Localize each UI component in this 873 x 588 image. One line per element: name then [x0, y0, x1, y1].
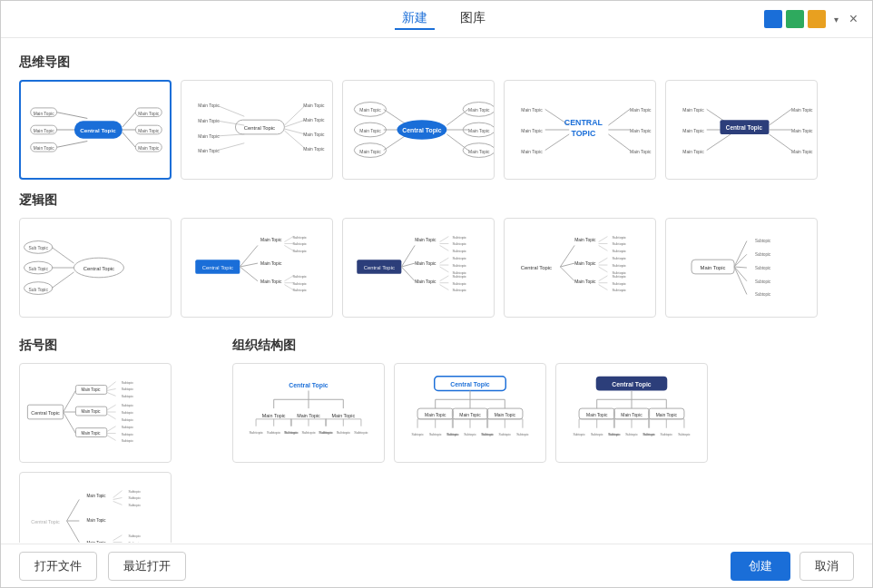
- svg-text:Subtopic: Subtopic: [613, 274, 626, 279]
- svg-text:Subtopic: Subtopic: [293, 249, 307, 253]
- close-button[interactable]: ×: [849, 11, 858, 27]
- svg-text:Central Topic: Central Topic: [521, 265, 552, 270]
- open-file-button[interactable]: 打开文件: [19, 552, 97, 581]
- svg-text:Subtopic: Subtopic: [613, 241, 626, 246]
- svg-text:Subtopic: Subtopic: [613, 235, 626, 240]
- svg-text:Main Topic: Main Topic: [468, 108, 490, 113]
- template-card-og1[interactable]: Central Topic Main Topic Main Topic Main…: [232, 363, 385, 463]
- svg-text:Subtopic: Subtopic: [122, 439, 134, 443]
- svg-text:Subtopic: Subtopic: [293, 241, 307, 246]
- template-card-mm4[interactable]: Main Topic Main Topic Main Topic CENTRAL…: [504, 80, 656, 180]
- svg-text:Main Topic: Main Topic: [34, 129, 54, 133]
- svg-text:Main Topic: Main Topic: [331, 413, 355, 418]
- svg-text:Central Topic: Central Topic: [612, 381, 652, 388]
- template-card-og3[interactable]: Central Topic Main Topic Main Topic Main…: [555, 363, 708, 463]
- svg-line-49: [446, 109, 468, 125]
- template-card-lg2[interactable]: Central Topic Main Topic Subtopic Subtop…: [181, 218, 333, 318]
- svg-text:Central Topic: Central Topic: [289, 382, 329, 389]
- svg-line-188: [107, 388, 116, 390]
- svg-line-2: [57, 142, 88, 148]
- create-button[interactable]: 创建: [731, 552, 790, 581]
- svg-text:Subtopic: Subtopic: [337, 430, 350, 435]
- svg-text:Subtopic: Subtopic: [642, 433, 655, 436]
- svg-line-101: [240, 267, 258, 281]
- section-title-mindmap: 思维导图: [19, 54, 854, 71]
- svg-text:Subtopic: Subtopic: [411, 433, 424, 436]
- svg-text:CENTRAL: CENTRAL: [564, 118, 603, 127]
- tab-new[interactable]: 新建: [395, 8, 435, 30]
- template-card-br1[interactable]: Central Topic Main Topic Subtopic Subtop…: [19, 363, 172, 463]
- svg-text:Subtopic: Subtopic: [464, 433, 476, 436]
- svg-text:Main Topic: Main Topic: [682, 129, 704, 133]
- cancel-button[interactable]: 取消: [799, 552, 854, 581]
- svg-text:Subtopic: Subtopic: [293, 235, 307, 240]
- svg-text:Subtopic: Subtopic: [122, 411, 134, 415]
- svg-text:Main Topic: Main Topic: [34, 112, 54, 116]
- svg-text:Central Topic: Central Topic: [31, 519, 60, 524]
- swatch-green[interactable]: [786, 10, 804, 28]
- template-card-lg5[interactable]: Main Topic Subtopic Subtopic Subtopic Su…: [665, 218, 818, 318]
- svg-text:Central Topic: Central Topic: [364, 265, 395, 270]
- svg-line-158: [599, 267, 608, 272]
- tab-gallery[interactable]: 图库: [453, 8, 493, 30]
- svg-line-82: [769, 134, 791, 151]
- template-card-br2[interactable]: Central Topic Main Topic Subtopic Subtop…: [19, 472, 172, 543]
- svg-text:Main Topic: Main Topic: [303, 103, 325, 108]
- template-card-mm1[interactable]: Main Topic Main Topic Main Topic Central…: [19, 80, 172, 180]
- svg-text:Main Topic: Main Topic: [574, 261, 596, 266]
- svg-text:Main Topic: Main Topic: [621, 413, 642, 417]
- svg-text:Subtopic: Subtopic: [613, 256, 626, 260]
- svg-text:Subtopic: Subtopic: [122, 418, 134, 422]
- svg-line-210: [67, 499, 80, 521]
- swatch-dropdown[interactable]: ▾: [829, 10, 844, 28]
- svg-text:Subtopic: Subtopic: [613, 263, 626, 268]
- svg-text:Main Topic: Main Topic: [138, 146, 159, 151]
- svg-text:Central Topic: Central Topic: [244, 125, 275, 131]
- template-card-lg3[interactable]: Central Topic Main Topic Subtopic Subtop…: [342, 218, 495, 318]
- svg-text:Main Topic: Main Topic: [425, 413, 446, 417]
- svg-line-212: [67, 521, 80, 543]
- swatch-blue[interactable]: [764, 10, 782, 28]
- swatch-orange[interactable]: [808, 10, 826, 28]
- logic-grid: Central Topic Sub Topic Sub Topic Sub To…: [19, 218, 854, 318]
- svg-text:Main Topic: Main Topic: [468, 150, 490, 154]
- footer-right: 创建 取消: [731, 552, 854, 581]
- svg-text:Subtopic: Subtopic: [129, 504, 142, 507]
- svg-text:Main Topic: Main Topic: [82, 409, 102, 414]
- svg-text:Subtopic: Subtopic: [625, 433, 638, 436]
- svg-text:Subtopic: Subtopic: [678, 433, 691, 436]
- svg-line-152: [599, 245, 608, 250]
- svg-line-123: [440, 237, 449, 242]
- svg-text:Subtopic: Subtopic: [446, 433, 459, 436]
- svg-text:Central Topic: Central Topic: [726, 124, 763, 132]
- svg-line-21: [218, 121, 244, 125]
- svg-text:Main Topic: Main Topic: [260, 279, 282, 284]
- svg-line-11: [123, 113, 135, 127]
- recent-button[interactable]: 最近打开: [108, 552, 186, 581]
- svg-text:Subtopic: Subtopic: [516, 433, 529, 436]
- template-card-og2[interactable]: Central Topic Main Topic Main Topic Main…: [394, 363, 546, 463]
- svg-text:Main Topic: Main Topic: [415, 261, 436, 266]
- svg-text:Subtopic: Subtopic: [122, 404, 134, 407]
- svg-line-214: [113, 491, 123, 498]
- svg-text:Main Topic: Main Topic: [574, 238, 596, 242]
- template-card-mm3[interactable]: Main Topic Main Topic Main Topic Central…: [342, 80, 495, 180]
- svg-text:Subtopic: Subtopic: [293, 281, 307, 286]
- template-card-lg4[interactable]: Central Topic Main Topic Main Topic Main…: [504, 218, 656, 318]
- svg-text:Central Topic: Central Topic: [450, 381, 490, 388]
- svg-text:Main Topic: Main Topic: [86, 494, 106, 498]
- template-card-mm5[interactable]: Main Topic Main Topic Main Topic Central…: [665, 80, 818, 180]
- svg-text:Subtopic: Subtopic: [122, 426, 134, 429]
- svg-text:Subtopic: Subtopic: [122, 387, 134, 391]
- svg-text:Main Topic: Main Topic: [138, 129, 159, 133]
- template-card-lg1[interactable]: Central Topic Sub Topic Sub Topic Sub To…: [19, 218, 172, 318]
- svg-line-173: [734, 267, 747, 281]
- svg-line-222: [113, 535, 123, 541]
- svg-line-187: [107, 382, 116, 389]
- svg-text:Main Topic: Main Topic: [359, 129, 381, 133]
- section-title-org: 组织结构图: [232, 338, 854, 354]
- svg-text:Main Topic: Main Topic: [682, 108, 704, 113]
- svg-text:Main Topic: Main Topic: [359, 150, 381, 154]
- svg-line-203: [107, 426, 116, 432]
- template-card-mm2[interactable]: Main Topic Main Topic Main Topic Main To…: [181, 80, 333, 180]
